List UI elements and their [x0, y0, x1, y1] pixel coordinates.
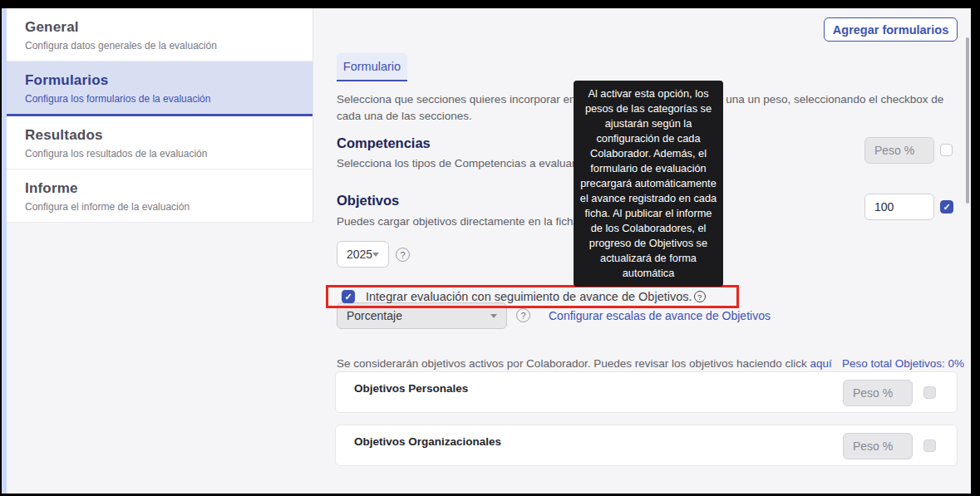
- sidebar-item-title: Resultados: [25, 127, 294, 144]
- personales-weight-input[interactable]: [843, 380, 913, 406]
- year-help-icon[interactable]: ?: [396, 248, 410, 262]
- organizacionales-checkbox[interactable]: [923, 440, 936, 452]
- add-forms-button[interactable]: Agregar formularios: [824, 17, 958, 42]
- settings-sidebar: General Configura datos generales de la …: [7, 8, 313, 223]
- check-icon: ✓: [943, 202, 950, 213]
- sidebar-item-subtitle: Configura el informe de la evaluación: [25, 201, 294, 213]
- evaluation-settings-page: General Configura datos generales de la …: [7, 8, 971, 494]
- integrate-objectives-row: ✓ Integrar evaluación con seguimiento de…: [335, 285, 734, 308]
- sidebar-item-title: General: [25, 19, 294, 36]
- sidebar-item-subtitle: Configura datos generales de la evaluaci…: [25, 40, 294, 52]
- objetivos-personales-card: Objetivos Personales: [335, 371, 958, 413]
- integrate-checkbox[interactable]: ✓: [342, 290, 355, 303]
- competencias-checkbox[interactable]: [940, 144, 953, 156]
- sidebar-item-title: Formularios: [25, 72, 294, 89]
- total-weight-label: Peso total Objetivos: 0%: [842, 357, 964, 370]
- configure-scales-link[interactable]: Configurar escalas de avance de Objetivo…: [549, 309, 771, 322]
- sidebar-item-general[interactable]: General Configura datos generales de la …: [7, 8, 313, 61]
- sidebar-item-title: Informe: [25, 180, 294, 197]
- tab-formulario[interactable]: Formulario: [337, 53, 407, 81]
- chevron-down-icon: [490, 314, 497, 318]
- objetivos-weight-input[interactable]: [864, 194, 934, 220]
- sidebar-item-informe[interactable]: Informe Configura el informe de la evalu…: [7, 169, 313, 223]
- check-icon: ✓: [344, 292, 352, 302]
- chevron-down-icon: [372, 253, 379, 257]
- competencias-weight-input[interactable]: [864, 137, 934, 164]
- screenshot-frame: General Configura datos generales de la …: [0, 0, 980, 496]
- sidebar-item-resultados[interactable]: Resultados Configura los resultados de l…: [7, 116, 313, 169]
- personales-checkbox[interactable]: [923, 386, 936, 399]
- card-title: Objetivos Organizacionales: [354, 435, 501, 448]
- sidebar-item-subtitle: Configura los resultados de la evaluació…: [25, 148, 294, 160]
- sidebar-item-formularios[interactable]: Formularios Configura los formularios de…: [7, 61, 313, 116]
- progress-scale-value: Porcentaje: [347, 309, 402, 322]
- organizacionales-weight-input[interactable]: [843, 433, 913, 459]
- competencias-title: Competencias: [337, 135, 431, 151]
- year-select[interactable]: 2025: [337, 241, 389, 268]
- objetivos-title: Objetivos: [337, 193, 399, 209]
- aqui-link[interactable]: aquí: [810, 357, 832, 370]
- vertical-scrollbar[interactable]: [966, 37, 969, 204]
- card-title: Objetivos Personales: [354, 382, 468, 395]
- objetivos-checkbox[interactable]: ✓: [940, 200, 953, 214]
- objetivos-organizacionales-card: Objetivos Organizacionales: [335, 425, 958, 466]
- year-select-value: 2025: [347, 248, 372, 261]
- integrate-help-icon[interactable]: ?: [694, 291, 706, 302]
- active-objectives-note: Se considerarán objetivos activos por Co…: [337, 357, 832, 370]
- integration-tooltip: Al activar esta opción, los pesos de las…: [574, 81, 723, 287]
- scale-help-icon[interactable]: ?: [516, 308, 530, 322]
- integrate-checkbox-label: Integrar evaluación con seguimiento de a…: [366, 290, 692, 303]
- sidebar-item-subtitle: Configura los formularios de la evaluaci…: [25, 93, 294, 105]
